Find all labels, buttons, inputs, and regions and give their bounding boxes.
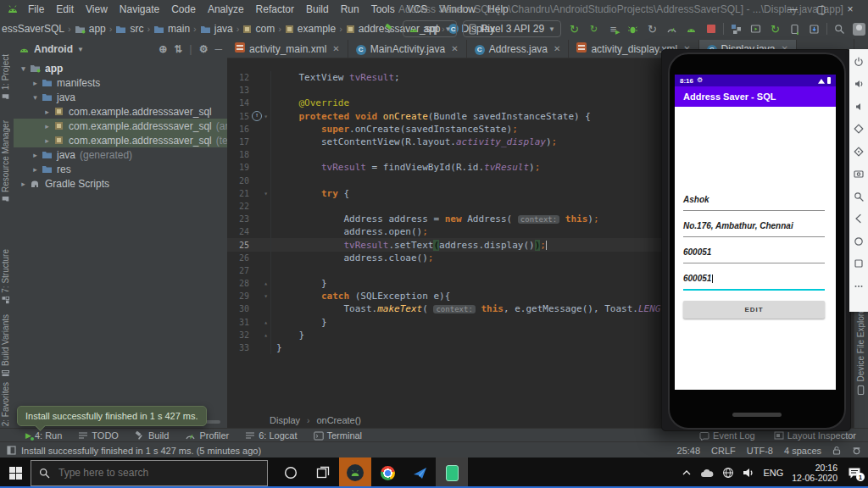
app-input-field-4[interactable]: 600051 xyxy=(683,274,825,291)
tab-activity_main.xml[interactable]: activity_main.xml✕ xyxy=(227,40,348,58)
onedrive-cloud-icon[interactable] xyxy=(700,469,714,478)
chevron-right-icon[interactable]: ▸ xyxy=(42,122,52,130)
taskbar-search[interactable] xyxy=(31,460,268,486)
project-view-select[interactable]: Android xyxy=(34,43,73,55)
fold-start-icon[interactable]: ▾ xyxy=(264,113,268,120)
phone-home-pill[interactable] xyxy=(732,413,782,417)
emulator-volume-up-button[interactable] xyxy=(854,79,865,90)
fold-end-icon[interactable]: ▴ xyxy=(264,319,268,326)
menu-tools[interactable]: Tools xyxy=(365,3,401,15)
chevron-right-icon[interactable]: ▸ xyxy=(31,79,40,87)
tree-item-Gradle-Scripts[interactable]: ▸Gradle Scripts xyxy=(14,176,227,191)
tool-button-device-file-explorer[interactable]: Device File Explorer xyxy=(856,306,865,395)
project-structure-icon[interactable] xyxy=(729,22,743,36)
tree-item-app[interactable]: ▾app xyxy=(14,61,227,75)
toolwindow-profiler[interactable]: Profiler xyxy=(185,430,229,441)
breadcrumb-app[interactable]: app xyxy=(75,23,106,35)
tree-item-java[interactable]: ▾java xyxy=(14,90,227,104)
menu-file[interactable]: File xyxy=(22,3,50,15)
android-studio-taskbar-icon[interactable] xyxy=(339,458,371,488)
gradle-sync-icon[interactable]: ↻ xyxy=(768,22,782,36)
app-input-field-2[interactable]: No.176, Ambathur, Chennai xyxy=(683,221,825,237)
action-center-icon[interactable]: 1 xyxy=(846,465,863,480)
emulator-back-button[interactable] xyxy=(854,214,865,225)
search-input[interactable] xyxy=(57,466,230,480)
avatar-icon[interactable] xyxy=(852,22,866,36)
toolwindow-toggle-icon[interactable] xyxy=(7,446,16,455)
profile-app-icon[interactable] xyxy=(684,22,698,36)
language-indicator[interactable]: ENG xyxy=(763,468,783,478)
clock[interactable]: 20:16 12-06-2020 xyxy=(792,463,837,483)
toolwindow-logcat[interactable]: 6: Logcat xyxy=(245,430,297,441)
search-icon[interactable] xyxy=(832,22,847,36)
settings-gear-icon[interactable]: ⚙ xyxy=(199,43,209,55)
stop-icon[interactable] xyxy=(704,22,718,36)
chevron-right-icon[interactable]: ▸ xyxy=(31,165,40,174)
speaker-icon[interactable] xyxy=(743,468,754,478)
tree-item-com-example-addresssaver_sql[interactable]: ▸com.example.addresssaver_sql(test) xyxy=(14,133,227,147)
breadcrumb-essSaverSQL[interactable]: essSaverSQL xyxy=(2,23,64,35)
emulator-rotate-right-button[interactable] xyxy=(854,146,865,157)
fold-end-icon[interactable]: ▴ xyxy=(264,331,268,339)
toolwindow-build[interactable]: Build xyxy=(135,430,169,441)
task-view-button[interactable] xyxy=(307,458,339,488)
menu-refactor[interactable]: Refactor xyxy=(250,3,300,15)
close-tab-icon[interactable]: ✕ xyxy=(332,44,339,53)
fold-end-icon[interactable]: ▴ xyxy=(264,280,268,287)
start-button[interactable] xyxy=(0,458,31,488)
device-select[interactable]: Pixel 3 API 29▼ xyxy=(463,20,561,37)
attach-debugger-icon[interactable]: ↻ xyxy=(645,22,659,36)
fold-start-icon[interactable]: ▾ xyxy=(264,292,268,300)
caret-position[interactable]: 25:48 xyxy=(677,446,701,456)
chevron-right-icon[interactable]: ▸ xyxy=(42,136,52,145)
tray-chevron-icon[interactable] xyxy=(682,469,692,476)
tool-button--structure[interactable]: 7: Structure xyxy=(1,249,10,304)
run-configuration-select[interactable]: app▼ xyxy=(403,20,457,37)
cortana-button[interactable] xyxy=(275,458,307,488)
tree-item-res[interactable]: ▸res xyxy=(14,162,227,176)
close-tab-icon[interactable]: ✕ xyxy=(554,44,560,53)
collapse-all-icon[interactable]: ⇅ xyxy=(174,43,182,55)
minimize-button[interactable]: — xyxy=(778,0,807,19)
breadcrumb-com[interactable]: com xyxy=(242,23,275,35)
tab-MainActivity.java[interactable]: CMainActivity.java✕ xyxy=(348,40,467,58)
app-input-field-3[interactable]: 600051 xyxy=(683,247,825,263)
tree-item-manifests[interactable]: ▸manifests xyxy=(14,75,227,90)
breadcrumb-main[interactable]: main xyxy=(153,23,190,35)
emulator-overview-button[interactable] xyxy=(854,258,865,269)
menu-code[interactable]: Code xyxy=(165,3,202,15)
breadcrumb-example[interactable]: example xyxy=(285,23,336,35)
run-tasks-icon[interactable]: ≡▶ xyxy=(606,22,620,36)
toolwindow-terminal[interactable]: Terminal xyxy=(314,430,363,441)
emulator-volume-down-button[interactable] xyxy=(854,101,865,112)
menu-navigate[interactable]: Navigate xyxy=(114,3,165,15)
emulator-rotate-left-button[interactable] xyxy=(854,124,865,135)
menu-run[interactable]: Run xyxy=(335,3,365,15)
chevron-right-icon[interactable]: ▸ xyxy=(42,108,52,116)
maximize-button[interactable]: ▢ xyxy=(807,0,836,19)
tree-item-com-example-addresssaver_sql[interactable]: ▸com.example.addresssaver_sql xyxy=(14,104,227,119)
app-input-field-1[interactable]: Ashok xyxy=(683,195,825,211)
breadcrumb-src[interactable]: src xyxy=(115,23,143,35)
tool-button-resource-manager[interactable]: Resource Manager xyxy=(1,120,10,202)
menu-build[interactable]: Build xyxy=(300,3,335,15)
menu-edit[interactable]: Edit xyxy=(50,3,80,15)
menu-view[interactable]: View xyxy=(80,3,114,15)
chrome-taskbar-icon[interactable] xyxy=(371,458,403,488)
tree-item-java[interactable]: ▸java(generated) xyxy=(14,147,227,162)
toolwindow-todo[interactable]: TODO xyxy=(78,430,119,441)
emulator-screen[interactable]: 8:16 ⚙ Address Saver - SQL AshokNo.176, … xyxy=(675,75,836,390)
network-globe-icon[interactable] xyxy=(722,467,734,479)
override-method-icon[interactable]: ↑ xyxy=(252,111,262,121)
emulator-screenshot-button[interactable] xyxy=(854,169,865,180)
file-encoding[interactable]: UTF-8 xyxy=(747,446,773,456)
locate-file-icon[interactable]: ⊕ xyxy=(159,43,167,55)
chevron-down-icon[interactable]: ▾ xyxy=(31,93,40,102)
menu-analyze[interactable]: Analyze xyxy=(202,3,250,15)
emulator-more-button[interactable] xyxy=(854,280,865,291)
emulator-zoom-button[interactable] xyxy=(854,191,865,202)
sdk-manager-icon[interactable] xyxy=(807,22,821,36)
toolwindow-event-log[interactable]: Event Log xyxy=(699,430,755,441)
close-tab-icon[interactable]: ✕ xyxy=(451,44,458,53)
breadcrumb-java[interactable]: java xyxy=(200,23,233,35)
